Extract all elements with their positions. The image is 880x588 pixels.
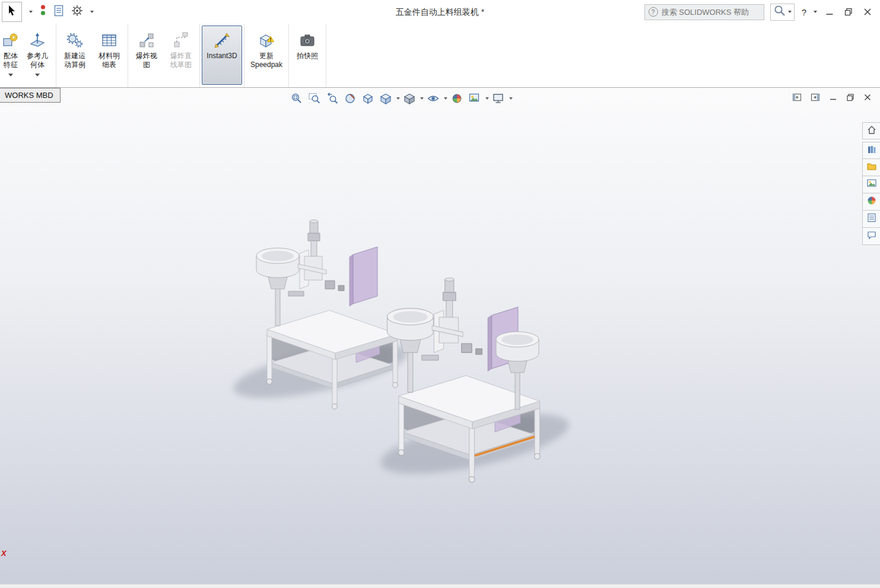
headsup-view-toolbar [288,91,513,106]
folder-icon [866,161,877,174]
apply-scene-button[interactable] [466,91,483,106]
graphics-viewport[interactable]: WORKS MBD [0,88,880,584]
view-settings-button[interactable] [490,91,507,106]
properties-list-icon [866,212,877,225]
status-lights-icon[interactable] [40,4,46,20]
taskpane-tab-design-library[interactable] [862,142,880,159]
hide-show-items-dropdown-icon[interactable] [444,97,447,100]
hide-show-items-button[interactable] [425,91,441,106]
task-pane [862,122,880,245]
ribbon-group-2: 新建运动算例 材料明细表 [56,24,128,87]
taskpane-tab-custom-properties[interactable] [862,211,880,228]
search-input[interactable] [662,8,760,17]
help-dropdown-icon[interactable] [814,11,817,13]
appearance-sphere-icon [866,195,877,208]
picture-icon [866,178,877,191]
search-dropdown-icon[interactable] [788,11,792,13]
search-magnifier-icon [773,4,786,20]
comment-bubble-icon [866,230,877,243]
view-orientation-dropdown-icon[interactable] [396,97,400,100]
search-help-icon: ? [649,7,658,17]
ribbon-button-take-snapshot[interactable]: 拍快照 [291,26,324,85]
ribbon-group-3: 爆炸视图 爆炸直线草图 [128,24,200,87]
coordinate-triad-x: X [1,549,7,558]
view-orientation-button[interactable] [377,91,394,106]
search-box[interactable]: ? [644,4,764,20]
dropdown-arrow-icon[interactable] [8,74,13,77]
exploded-view-icon [138,30,155,50]
apply-scene-dropdown-icon[interactable] [485,97,489,100]
viewport-minimize-button[interactable] [829,93,837,104]
titlebar: 五金件自动上料组装机 * ? ? [0,0,880,24]
previous-view-button[interactable] [324,91,341,106]
assembly-features-icon [2,30,20,50]
viewport-close-button[interactable] [863,93,872,104]
model-scene[interactable] [0,88,880,584]
viewport-window-controls [792,93,872,104]
search-button[interactable] [770,4,795,21]
ribbon-button-explode-line-sketch: 爆炸直线草图 [164,26,198,85]
restore-button[interactable] [842,5,855,18]
edit-appearance-button[interactable] [449,91,465,106]
display-style-button[interactable] [401,91,418,106]
tab-solidworks-mbd[interactable]: WORKS MBD [0,88,61,103]
3d-drawing-view-button[interactable] [360,91,376,106]
ribbon-group-4: Instant3D [200,24,244,87]
ribbon-button-new-motion-study[interactable]: 新建运动算例 [58,26,91,85]
select-tool-button[interactable] [2,2,22,22]
instant3d-icon [213,30,231,50]
ribbon-button-exploded-view[interactable]: 爆炸视图 [130,26,163,85]
minimize-button[interactable] [823,5,836,18]
ribbon-button-update-speedpak[interactable]: 更新Speedpak [246,26,287,85]
select-arrow-icon [7,5,17,19]
taskpane-tab-solidworks-resources[interactable] [862,122,880,139]
ribbon-button-assembly-features[interactable]: 配体特征 [2,26,20,85]
ribbon-button-instant3d[interactable]: Instant3D [202,26,242,85]
collapse-pane-left-button[interactable] [792,93,802,104]
gear-icon[interactable] [71,5,83,19]
display-style-dropdown-icon[interactable] [420,97,424,100]
update-speedpak-icon [258,30,275,50]
close-button[interactable] [861,5,874,18]
taskpane-tab-file-explorer[interactable] [862,159,880,176]
ribbon-group-1: 配体特征 参考几何体 [0,24,56,87]
new-motion-study-icon [66,30,84,50]
status-bar [0,584,880,588]
toolbar-dropdown-icon[interactable] [90,11,94,13]
ribbon-button-bill-of-materials[interactable]: 材料明细表 [93,26,126,85]
ribbon-button-reference-geometry[interactable]: 参考几何体 [21,26,54,85]
home-icon [866,125,877,138]
take-snapshot-icon [298,30,316,50]
workspace: WORKS MBD [0,88,880,584]
ribbon: 配体特征 参考几何体 新建运动算例 [0,24,880,88]
taskpane-tab-appearances-scenes[interactable] [862,193,880,211]
collapse-pane-right-button[interactable] [811,93,820,104]
bill-of-materials-icon [100,30,118,50]
view-settings-dropdown-icon[interactable] [509,97,513,100]
dropdown-arrow-icon[interactable] [35,74,40,77]
zoom-to-area-button[interactable] [306,91,323,106]
ribbon-group-5: 更新Speedpak [244,24,289,87]
reference-geometry-icon [28,30,46,50]
taskpane-tab-forum[interactable] [862,228,880,245]
explode-line-sketch-icon [172,30,190,50]
document-icon[interactable] [53,5,64,19]
design-library-icon [866,144,877,157]
zoom-to-fit-button[interactable] [288,91,305,106]
help-button[interactable]: ? [800,7,808,17]
section-view-button[interactable] [342,91,358,106]
ribbon-group-6: 拍快照 [289,24,326,87]
solidworks-window: 五金件自动上料组装机 * ? ? [0,0,880,588]
select-tool-dropdown-icon[interactable] [29,11,33,13]
viewport-restore-button[interactable] [846,93,854,104]
taskpane-tab-view-palette[interactable] [862,176,880,193]
